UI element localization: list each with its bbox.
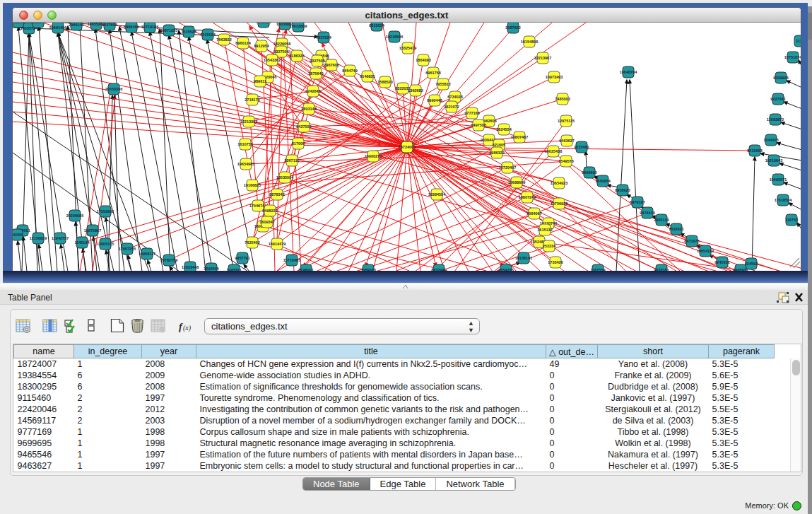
svg-text:6466160: 6466160: [124, 25, 139, 29]
svg-text:8186323: 8186323: [289, 54, 304, 58]
svg-text:989611: 989611: [254, 79, 266, 83]
svg-text:817006: 817006: [292, 141, 305, 146]
svg-text:16210643: 16210643: [765, 158, 782, 163]
svg-text:16154808: 16154808: [521, 40, 538, 44]
svg-text:2935114: 2935114: [654, 218, 669, 222]
svg-text:4078161: 4078161: [654, 268, 669, 271]
svg-text:8637940: 8637940: [431, 268, 446, 271]
svg-text:6734028: 6734028: [447, 95, 462, 99]
svg-text:1244415: 1244415: [763, 138, 778, 142]
svg-text:19654985: 19654985: [237, 162, 254, 166]
svg-text:621605: 621605: [493, 143, 505, 147]
svg-text:8960124: 8960124: [235, 41, 251, 45]
svg-text:8495931: 8495931: [733, 268, 748, 271]
svg-text:16033809: 16033809: [290, 24, 307, 28]
svg-text:10958117: 10958117: [139, 252, 155, 256]
svg-text:1292345: 1292345: [204, 267, 218, 271]
svg-text:1640954: 1640954: [595, 179, 611, 183]
svg-text:9474444: 9474444: [640, 211, 655, 215]
svg-text:8427552: 8427552: [296, 124, 311, 129]
svg-text:7857224: 7857224: [316, 35, 331, 40]
svg-text:116753: 116753: [785, 218, 798, 222]
svg-text:7663822: 7663822: [216, 37, 231, 42]
svg-text:10756928: 10756928: [551, 201, 567, 206]
svg-text:1615132: 1615132: [537, 228, 552, 232]
svg-text:13226058: 13226058: [273, 42, 290, 46]
svg-text:7515526: 7515526: [181, 30, 196, 34]
svg-text:10973493: 10973493: [546, 75, 563, 79]
svg-text:9242845: 9242845: [305, 89, 320, 93]
svg-text:9327506: 9327506: [273, 49, 288, 54]
svg-text:16648794: 16648794: [620, 70, 637, 74]
svg-text:18807249: 18807249: [519, 195, 536, 199]
svg-text:1610755: 1610755: [237, 142, 252, 146]
svg-text:924502: 924502: [745, 262, 758, 266]
svg-text:10688609: 10688609: [508, 180, 525, 185]
svg-text:20691406: 20691406: [49, 25, 66, 30]
svg-text:12923448: 12923448: [182, 265, 199, 269]
svg-text:1603381: 1603381: [256, 23, 271, 24]
svg-text:9777169: 9777169: [464, 111, 479, 115]
svg-text:20053346: 20053346: [105, 87, 122, 91]
svg-text:15720407: 15720407: [499, 165, 516, 170]
svg-text:1588520: 1588520: [377, 80, 392, 84]
svg-text:2718170: 2718170: [245, 98, 259, 102]
svg-text:9327505: 9327505: [310, 59, 324, 63]
svg-text:3875645: 3875645: [308, 71, 323, 76]
svg-text:(x): (x): [183, 324, 192, 332]
svg-text:17957255: 17957255: [119, 247, 136, 251]
svg-text:1043321: 1043321: [226, 268, 241, 271]
svg-text:3624554: 3624554: [496, 127, 512, 132]
svg-text:1161559: 1161559: [590, 268, 605, 271]
svg-text:1549576: 1549576: [558, 159, 573, 163]
svg-text:13654923: 13654923: [551, 181, 567, 185]
svg-text:6961758: 6961758: [425, 71, 440, 75]
svg-text:9227341: 9227341: [770, 97, 785, 101]
svg-text:1621072: 1621072: [444, 105, 459, 109]
svg-text:19218506: 19218506: [386, 35, 403, 39]
svg-text:6479197: 6479197: [630, 200, 645, 204]
svg-text:7515524: 7515524: [200, 33, 216, 37]
svg-text:8196001: 8196001: [298, 268, 313, 271]
svg-text:9699695: 9699695: [582, 170, 596, 175]
svg-text:8990448: 8990448: [427, 98, 442, 103]
svg-text:12156829: 12156829: [30, 236, 47, 240]
svg-text:14136141: 14136141: [515, 256, 532, 260]
svg-text:13325419: 13325419: [399, 46, 416, 50]
svg-text:1112: 1112: [796, 39, 801, 43]
svg-text:9463627: 9463627: [559, 139, 574, 143]
svg-text:1362682: 1362682: [408, 88, 423, 93]
svg-text:9115460: 9115460: [574, 145, 589, 149]
svg-text:19166825: 19166825: [244, 183, 261, 187]
svg-text:10782759: 10782759: [160, 258, 177, 262]
svg-text:1733426: 1733426: [548, 260, 563, 264]
svg-text:2967608: 2967608: [324, 63, 339, 67]
svg-text:8813054: 8813054: [369, 23, 384, 28]
svg-text:1165872: 1165872: [30, 23, 45, 24]
svg-text:20206585: 20206585: [66, 214, 83, 218]
svg-text:3267110: 3267110: [284, 158, 299, 163]
svg-text:16914479: 16914479: [269, 242, 286, 246]
svg-text:19384554: 19384554: [428, 192, 446, 197]
svg-text:10025438: 10025438: [545, 149, 562, 153]
svg-text:12905115: 12905115: [97, 242, 114, 246]
svg-text:8912954: 8912954: [254, 44, 269, 48]
svg-text:12213303: 12213303: [240, 119, 257, 124]
svg-text:10975867: 10975867: [84, 228, 101, 233]
svg-text:8454749: 8454749: [342, 69, 357, 73]
svg-text:2069141: 2069141: [69, 23, 83, 27]
svg-text:1527602: 1527602: [102, 23, 117, 27]
svg-text:15692971: 15692971: [770, 177, 787, 182]
svg-text:7625402: 7625402: [245, 240, 259, 245]
svg-text:9498222: 9498222: [262, 209, 277, 213]
svg-text:8215958: 8215958: [747, 148, 762, 153]
svg-text:2803144: 2803144: [301, 107, 317, 111]
svg-text:7485003: 7485003: [555, 97, 570, 101]
svg-text:8878342: 8878342: [269, 192, 284, 197]
svg-text:17016504: 17016504: [775, 198, 792, 202]
svg-text:2087682: 2087682: [505, 25, 520, 30]
svg-text:12213967: 12213967: [534, 56, 551, 60]
svg-text:9329906: 9329906: [773, 76, 788, 80]
svg-text:17353992: 17353992: [97, 209, 114, 214]
svg-text:12975115: 12975115: [558, 119, 575, 123]
